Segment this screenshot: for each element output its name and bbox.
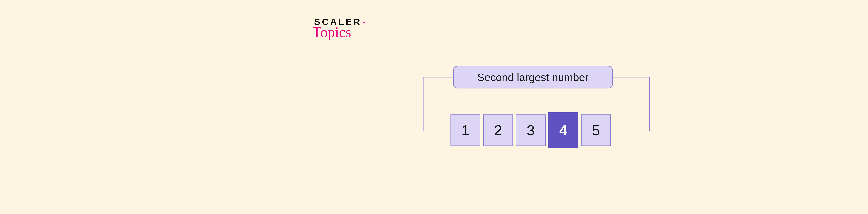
connector-right	[613, 77, 650, 131]
array-cell: 2	[483, 114, 513, 146]
brand-logo: SCALER Topics	[314, 17, 365, 39]
array-row: 12345	[451, 114, 611, 148]
array-cell: 4	[549, 112, 578, 148]
array-cell: 1	[451, 114, 480, 146]
logo-dot-icon	[363, 22, 365, 24]
array-cell: 3	[516, 114, 546, 146]
caption-box: Second largest number	[453, 66, 613, 88]
caption-text: Second largest number	[477, 71, 589, 83]
array-cell: 5	[581, 114, 611, 146]
brand-logo-line2: Topics	[312, 26, 365, 39]
connector-left	[423, 77, 454, 131]
diagram-stage: SCALER Topics Second largest number 1234…	[0, 0, 868, 214]
